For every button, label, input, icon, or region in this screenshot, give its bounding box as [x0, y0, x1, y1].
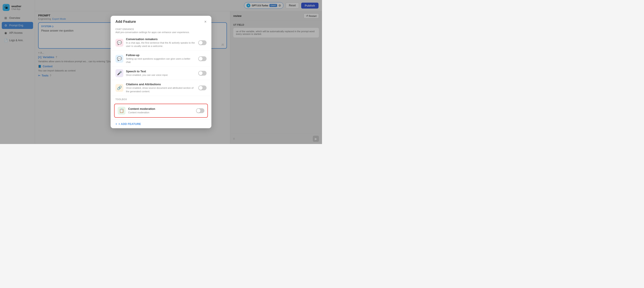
add-feature-plus-icon: + [116, 122, 117, 126]
conversation-remakers-toggle[interactable] [198, 40, 206, 45]
feature-speech-to-text-text: Speech to Text Once enabled, you can use… [126, 70, 196, 77]
feature-citations: 🔗 Citations and Attributions Once enable… [110, 80, 212, 96]
content-moderation-desc: Content moderation [128, 111, 194, 114]
feature-speech-to-text: 🎤 Speech to Text Once enabled, you can u… [110, 67, 212, 80]
add-feature-modal: Add Feature × CHAT ENHANCE Add pre-conve… [110, 16, 212, 128]
modal-overlay[interactable]: Add Feature × CHAT ENHANCE Add pre-conve… [0, 0, 322, 144]
add-feature-label: + ADD FEATURE [118, 122, 141, 126]
modal-header: Add Feature × [110, 16, 212, 26]
modal-close-button[interactable]: × [204, 20, 206, 24]
speech-to-text-toggle[interactable] [198, 71, 206, 76]
speech-to-text-icon: 🎤 [116, 69, 123, 77]
follow-up-icon: 💬 [116, 55, 123, 63]
follow-up-toggle[interactable] [198, 56, 206, 61]
speech-to-text-name: Speech to Text [126, 70, 196, 73]
chat-enhance-section: CHAT ENHANCE Add pre-conversation settin… [110, 26, 212, 35]
feature-follow-up-text: Follow-up Setting up next questions sugg… [126, 54, 196, 64]
content-moderation-icon: 📋 [118, 107, 126, 115]
toolbox-section: TOOLBOX [110, 96, 212, 102]
conversation-remakers-icon: 💬 [116, 39, 123, 47]
feature-follow-up: 💬 Follow-up Setting up next questions su… [110, 51, 212, 67]
toolbox-label: TOOLBOX [116, 98, 206, 101]
feature-content-moderation: 📋 Content moderation Content moderation [114, 104, 208, 118]
app-container: 🌤 weather Chat App ⊞ Overview ⚙ Prompt E… [0, 0, 322, 144]
feature-conversation-remakers-text: Conversation remakers In a chat app, the… [126, 38, 196, 48]
follow-up-name: Follow-up [126, 54, 196, 57]
content-moderation-name: Content moderation [128, 107, 194, 110]
feature-conversation-remakers: 💬 Conversation remakers In a chat app, t… [110, 35, 212, 51]
conversation-remakers-desc: In a chat app, the first sentence that t… [126, 41, 196, 48]
citations-icon: 🔗 [116, 84, 123, 92]
content-moderation-toggle[interactable] [196, 108, 204, 113]
follow-up-desc: Setting up next questions suggestion can… [126, 57, 196, 64]
feature-content-moderation-text: Content moderation Content moderation [128, 107, 194, 114]
citations-toggle[interactable] [198, 86, 206, 90]
chat-enhance-desc: Add pre-conversation settings for apps c… [116, 31, 206, 34]
feature-citations-text: Citations and Attributions Once enabled,… [126, 83, 196, 93]
modal-title: Add Feature [116, 20, 136, 24]
citations-name: Citations and Attributions [126, 83, 196, 86]
conversation-remakers-name: Conversation remakers [126, 38, 196, 41]
speech-to-text-desc: Once enabled, you can use voice input. [126, 73, 196, 77]
citations-desc: Once enabled, show source document and a… [126, 86, 196, 93]
add-feature-bar[interactable]: + + ADD FEATURE [110, 119, 212, 128]
chat-enhance-label: CHAT ENHANCE [116, 28, 206, 31]
